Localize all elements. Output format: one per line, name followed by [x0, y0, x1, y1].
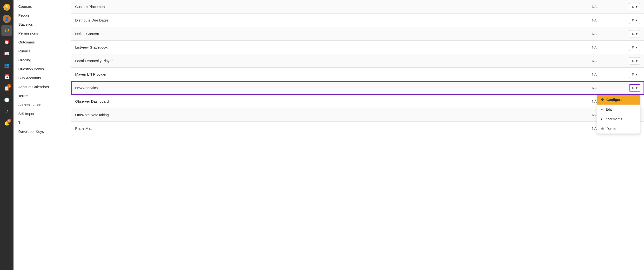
sidebar-item-outcomes[interactable]: Outcomes [14, 38, 71, 47]
row-status: NA [592, 72, 621, 76]
row-name: Helios Content [75, 28, 592, 40]
new-analytics-row: New Analytics NA ⚙ ▾ ⚙ Configure ✏ Edit … [71, 81, 644, 95]
gear-button-4[interactable]: ⚙ ▾ [629, 57, 640, 64]
row-actions: ⚙ ▾ [621, 44, 640, 51]
home-icon[interactable]: 💡 [2, 2, 12, 13]
delete-menu-item[interactable]: 🗑 Delete [597, 124, 640, 133]
table-row: Local Learnosity Player NA ⚙ ▾ [71, 54, 644, 68]
table-row: ListView Gradebook NA ⚙ ▾ [71, 41, 644, 54]
badge-icon[interactable]: 🏷 [2, 25, 12, 36]
placements-menu-item[interactable]: ℹ Placements [597, 114, 640, 124]
avatar-icon[interactable]: 👤 [2, 14, 12, 24]
configure-gear-icon: ⚙ [601, 98, 604, 102]
placements-info-icon: ℹ [601, 117, 602, 121]
sidebar-item-sub-accounts[interactable]: Sub-Accounts [14, 73, 71, 82]
calendar-icon[interactable]: 📅 [2, 71, 12, 82]
sidebar-item-authentication[interactable]: Authentication [14, 100, 71, 109]
sidebar: Courses People Statistics Permissions Ou… [14, 0, 71, 270]
edit-pencil-icon: ✏ [601, 108, 604, 111]
row-status: NA [592, 18, 621, 22]
configure-label: Configure [606, 98, 622, 102]
row-name: Custom Placement [75, 1, 592, 13]
sidebar-item-permissions[interactable]: Permissions [14, 29, 71, 38]
icon-bar: 💡 👤 🏷 ⏰ 📖 👥 📅 📋 1 🕐 ↗ 🔔 10 [0, 0, 14, 270]
row-actions: ⚙ ▾ [621, 17, 640, 24]
gear-button-6[interactable]: ⚙ ▾ [629, 84, 640, 91]
row-actions: ⚙ ▾ [621, 3, 640, 10]
row-name: New Analytics [75, 82, 592, 94]
row-name: Local Learnosity Player [75, 55, 592, 67]
table-row: Maven LTI Provider NA ⚙ ▾ [71, 68, 644, 81]
gear-button-5[interactable]: ⚙ ▾ [629, 71, 640, 78]
gear-button-1[interactable]: ⚙ ▾ [629, 17, 640, 24]
table-row: Helios Content NA ⚙ ▾ [71, 27, 644, 41]
configure-menu-item[interactable]: ⚙ Configure [597, 95, 640, 105]
share-icon[interactable]: ↗ [2, 106, 12, 117]
row-name: Distribute Due Dates [75, 14, 592, 26]
row-name: Maven LTI Provider [75, 68, 592, 80]
row-status: NA [592, 45, 621, 49]
sidebar-item-themes[interactable]: Themes [14, 118, 71, 127]
history-icon[interactable]: 🕐 [2, 95, 12, 105]
edit-label: Edit [606, 107, 612, 111]
clock-icon[interactable]: ⏰ [2, 37, 12, 47]
list-icon[interactable]: 📋 1 [2, 83, 12, 94]
sidebar-item-rubrics[interactable]: Rubrics [14, 47, 71, 56]
table-row: Custom Placement NA ⚙ ▾ [71, 0, 644, 14]
row-actions: ⚙ ▾ [621, 57, 640, 64]
row-name: PlanetMath [75, 122, 592, 134]
delete-trash-icon: 🗑 [601, 127, 604, 131]
row-name: OneNote NoteTaking [75, 109, 592, 121]
sidebar-item-courses[interactable]: Courses [14, 2, 71, 11]
row-status: NA [592, 86, 621, 90]
people-icon[interactable]: 👥 [2, 60, 12, 71]
sidebar-item-account-calendars[interactable]: Account Calendars [14, 82, 71, 91]
gear-dropdown-menu: ⚙ Configure ✏ Edit ℹ Placements 🗑 Delete [597, 95, 640, 134]
sidebar-item-developer-keys[interactable]: Developer Keys [14, 127, 71, 136]
sidebar-item-sis-import[interactable]: SIS Import [14, 109, 71, 118]
edit-menu-item[interactable]: ✏ Edit [597, 105, 640, 114]
table-row: OneNote NoteTaking NA ⚙ ▾ [71, 108, 644, 122]
table-row: Observer Dashboard NA ⚙ ▾ [71, 95, 644, 108]
sidebar-item-terms[interactable]: Terms [14, 91, 71, 100]
delete-label: Delete [606, 127, 616, 131]
row-actions: ⚙ ▾ [621, 30, 640, 37]
gear-button-2[interactable]: ⚙ ▾ [629, 30, 640, 37]
book-icon[interactable]: 📖 [2, 48, 12, 59]
row-status: NA [592, 5, 621, 9]
table-row: PlanetMath NA ⚙ ▾ [71, 122, 644, 135]
sidebar-item-statistics[interactable]: Statistics [14, 20, 71, 29]
row-name: Observer Dashboard [75, 95, 592, 107]
row-name: ListView Gradebook [75, 41, 592, 53]
main-content: Custom Placement NA ⚙ ▾ Distribute Due D… [71, 0, 644, 270]
row-actions: ⚙ ▾ [621, 71, 640, 78]
notification-icon[interactable]: 🔔 10 [2, 118, 12, 128]
placements-label: Placements [604, 117, 622, 121]
row-status: NA [592, 59, 621, 63]
table-row: Distribute Due Dates NA ⚙ ▾ [71, 14, 644, 27]
gear-button-0[interactable]: ⚙ ▾ [629, 3, 640, 10]
sidebar-item-question-banks[interactable]: Question Banks [14, 64, 71, 73]
gear-button-3[interactable]: ⚙ ▾ [629, 44, 640, 51]
sidebar-item-people[interactable]: People [14, 11, 71, 20]
row-status: NA [592, 32, 621, 36]
row-actions: ⚙ ▾ [621, 84, 640, 91]
sidebar-item-grading[interactable]: Grading [14, 56, 71, 64]
